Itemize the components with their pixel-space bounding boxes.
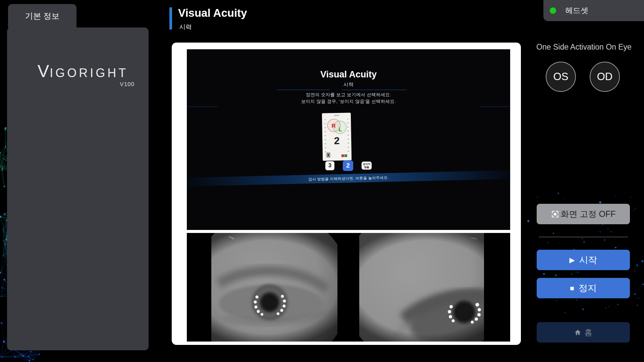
od-right-eye-button[interactable]: OD: [590, 62, 620, 92]
vr-answer-not-visible: 보이지 않음: [362, 162, 372, 170]
vigoright-logo: VIGORIGHT V100: [29, 61, 137, 88]
vr-answer-row: 3 2 보이지 않음: [187, 160, 510, 171]
logo-brand-text: VIGORIGHT: [29, 61, 137, 81]
home-button[interactable]: 홈: [537, 322, 630, 343]
one-side-activation-title: One Side Activation On Eye: [531, 43, 637, 52]
vr-bottom-banner: 검사 방법을 이해하셨다면, 버튼을 눌러주세요.: [187, 170, 510, 186]
start-label: 시작: [579, 254, 597, 266]
screen-lock-icon: [551, 210, 559, 218]
green-square-mark: [344, 154, 347, 157]
right-panel-divider: [539, 237, 628, 237]
main-content-frame: Visual Acuity 시력 정면의 숫자를 보고 보기에서 선택하세요. …: [172, 43, 521, 345]
starburst-mark: [325, 152, 331, 158]
vr-instruction-line: 보이지 않을 경우, '보이지 않음'을 선택하세요.: [187, 99, 510, 105]
acuity-chart-card: R L 2: [322, 113, 352, 161]
optotype-number: 2: [322, 135, 352, 146]
logo-model-text: V100: [29, 81, 137, 88]
os-left-eye-button[interactable]: OS: [546, 62, 576, 92]
stop-icon: ■: [570, 285, 574, 292]
home-icon: [574, 329, 581, 336]
play-icon: ▶: [569, 256, 575, 263]
headset-label: 헤드셋: [565, 5, 588, 16]
vr-deco-line: [342, 89, 407, 90]
rl-circles-graphic: R L: [325, 117, 348, 136]
headset-connected-dot-icon: [550, 7, 556, 14]
vr-deco-line: [277, 89, 330, 90]
vr-answer-3: 3: [325, 161, 334, 170]
vr-deco-line: [479, 106, 510, 107]
vr-display-mirror: Visual Acuity 시력 정면의 숫자를 보고 보기에서 선택하세요. …: [187, 49, 510, 230]
home-label: 홈: [584, 327, 592, 338]
title-accent-bar: [169, 7, 172, 29]
vr-test-subtitle: 시력: [187, 81, 510, 88]
vr-deco-line: [187, 106, 218, 107]
right-eye-image: [348, 233, 510, 342]
vr-instruction-line: 정면의 숫자를 보고 보기에서 선택하세요.: [187, 92, 510, 98]
stop-label: 정지: [579, 282, 597, 294]
red-square-mark: [341, 155, 344, 157]
card-header-smudge: [334, 115, 339, 116]
letter-l: L: [338, 126, 342, 133]
headset-status: 헤드셋: [543, 0, 644, 21]
left-eye-camera-feed: [187, 233, 348, 342]
right-eye-camera-feed: [348, 233, 510, 342]
screen-lock-button[interactable]: 화면 고정 OFF: [537, 204, 630, 224]
eye-camera-row: [187, 233, 510, 342]
vr-answer-2-selected: 2: [343, 161, 353, 171]
screen-lock-label: 화면 고정 OFF: [561, 208, 616, 220]
page-title: Visual Acuity: [178, 7, 247, 19]
letter-r: R: [331, 123, 336, 129]
page-subtitle: 시력: [179, 23, 192, 32]
start-button[interactable]: ▶ 시작: [537, 250, 630, 270]
vr-test-title: Visual Acuity: [187, 69, 510, 80]
stop-button[interactable]: ■ 정지: [537, 278, 630, 298]
left-eye-image: [187, 233, 348, 342]
tab-basic-info[interactable]: 기본 정보: [8, 4, 76, 28]
patient-info-panel: VIGORIGHT V100: [7, 27, 149, 350]
